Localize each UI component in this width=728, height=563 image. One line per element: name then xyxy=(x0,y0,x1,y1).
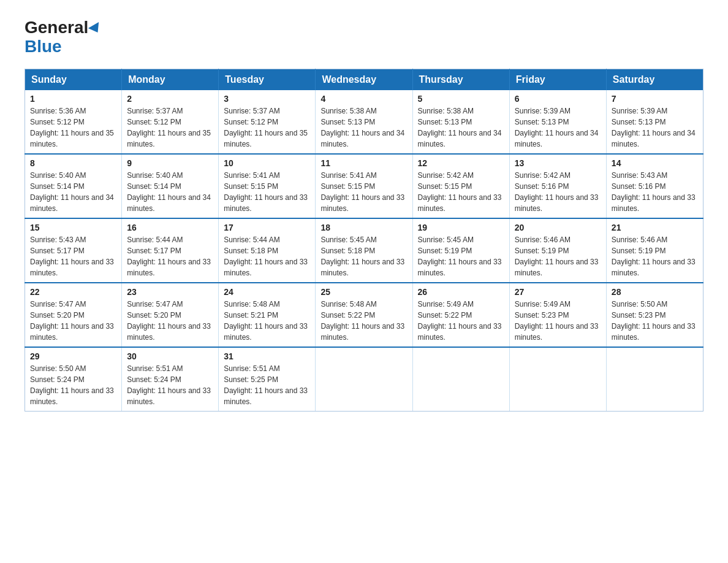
day-number: 16 xyxy=(127,223,213,232)
calendar-cell: 21 Sunrise: 5:46 AM Sunset: 5:19 PM Dayl… xyxy=(606,218,703,283)
calendar-cell: 16 Sunrise: 5:44 AM Sunset: 5:17 PM Dayl… xyxy=(122,218,219,283)
calendar-cell: 29 Sunrise: 5:50 AM Sunset: 5:24 PM Dayl… xyxy=(25,347,122,412)
day-number: 19 xyxy=(418,223,504,232)
calendar-cell: 31 Sunrise: 5:51 AM Sunset: 5:25 PM Dayl… xyxy=(219,347,316,412)
calendar-cell: 17 Sunrise: 5:44 AM Sunset: 5:18 PM Dayl… xyxy=(219,218,316,283)
day-number: 3 xyxy=(224,94,310,104)
calendar-week-row: 8 Sunrise: 5:40 AM Sunset: 5:14 PM Dayli… xyxy=(25,154,703,218)
calendar-cell: 9 Sunrise: 5:40 AM Sunset: 5:14 PM Dayli… xyxy=(122,154,219,218)
day-number: 11 xyxy=(320,158,407,168)
calendar-week-row: 29 Sunrise: 5:50 AM Sunset: 5:24 PM Dayl… xyxy=(25,347,703,412)
day-info: Sunrise: 5:41 AM Sunset: 5:15 PM Dayligh… xyxy=(320,170,407,214)
day-info: Sunrise: 5:38 AM Sunset: 5:13 PM Dayligh… xyxy=(320,105,407,150)
day-info: Sunrise: 5:45 AM Sunset: 5:18 PM Dayligh… xyxy=(320,234,407,278)
day-number: 25 xyxy=(320,287,407,297)
calendar-cell: 25 Sunrise: 5:48 AM Sunset: 5:22 PM Dayl… xyxy=(316,283,412,347)
day-number: 29 xyxy=(30,351,116,361)
day-number: 13 xyxy=(515,158,601,168)
calendar-table: SundayMondayTuesdayWednesdayThursdayFrid… xyxy=(25,69,703,412)
calendar-cell: 6 Sunrise: 5:39 AM Sunset: 5:13 PM Dayli… xyxy=(509,90,606,154)
logo-general: General xyxy=(25,18,88,37)
logo: General Blue xyxy=(25,18,102,56)
day-info: Sunrise: 5:45 AM Sunset: 5:19 PM Dayligh… xyxy=(418,234,504,278)
calendar-week-row: 15 Sunrise: 5:43 AM Sunset: 5:17 PM Dayl… xyxy=(25,218,703,283)
day-info: Sunrise: 5:50 AM Sunset: 5:23 PM Dayligh… xyxy=(612,299,698,343)
calendar-cell: 5 Sunrise: 5:38 AM Sunset: 5:13 PM Dayli… xyxy=(412,90,509,154)
calendar-cell: 13 Sunrise: 5:42 AM Sunset: 5:16 PM Dayl… xyxy=(509,154,606,218)
day-number: 14 xyxy=(612,158,698,168)
day-number: 23 xyxy=(127,287,213,297)
day-number: 6 xyxy=(515,94,601,104)
day-info: Sunrise: 5:49 AM Sunset: 5:22 PM Dayligh… xyxy=(418,299,504,343)
calendar-cell: 19 Sunrise: 5:45 AM Sunset: 5:19 PM Dayl… xyxy=(412,218,509,283)
calendar-cell: 22 Sunrise: 5:47 AM Sunset: 5:20 PM Dayl… xyxy=(25,283,122,347)
logo-text: General Blue xyxy=(25,18,102,56)
header-tuesday: Tuesday xyxy=(219,69,316,90)
day-number: 12 xyxy=(418,158,504,168)
day-info: Sunrise: 5:39 AM Sunset: 5:13 PM Dayligh… xyxy=(612,105,698,150)
calendar-cell: 26 Sunrise: 5:49 AM Sunset: 5:22 PM Dayl… xyxy=(412,283,509,347)
day-info: Sunrise: 5:40 AM Sunset: 5:14 PM Dayligh… xyxy=(30,170,116,214)
day-info: Sunrise: 5:39 AM Sunset: 5:13 PM Dayligh… xyxy=(515,105,601,150)
header-monday: Monday xyxy=(122,69,219,90)
calendar-cell: 15 Sunrise: 5:43 AM Sunset: 5:17 PM Dayl… xyxy=(25,218,122,283)
day-info: Sunrise: 5:50 AM Sunset: 5:24 PM Dayligh… xyxy=(30,363,116,407)
day-info: Sunrise: 5:38 AM Sunset: 5:13 PM Dayligh… xyxy=(418,105,504,150)
calendar-cell: 3 Sunrise: 5:37 AM Sunset: 5:12 PM Dayli… xyxy=(219,90,316,154)
calendar-cell: 24 Sunrise: 5:48 AM Sunset: 5:21 PM Dayl… xyxy=(219,283,316,347)
day-info: Sunrise: 5:42 AM Sunset: 5:15 PM Dayligh… xyxy=(418,170,504,214)
day-info: Sunrise: 5:48 AM Sunset: 5:21 PM Dayligh… xyxy=(224,299,310,343)
day-number: 28 xyxy=(612,287,698,297)
header-friday: Friday xyxy=(509,69,606,90)
calendar-cell xyxy=(316,347,412,412)
day-info: Sunrise: 5:48 AM Sunset: 5:22 PM Dayligh… xyxy=(320,299,407,343)
day-number: 4 xyxy=(320,94,407,104)
logo-blue: Blue xyxy=(25,37,62,56)
day-number: 2 xyxy=(127,94,213,104)
day-number: 27 xyxy=(515,287,601,297)
calendar-cell xyxy=(412,347,509,412)
day-info: Sunrise: 5:49 AM Sunset: 5:23 PM Dayligh… xyxy=(515,299,601,343)
calendar-cell: 30 Sunrise: 5:51 AM Sunset: 5:24 PM Dayl… xyxy=(122,347,219,412)
header-thursday: Thursday xyxy=(412,69,509,90)
day-info: Sunrise: 5:51 AM Sunset: 5:25 PM Dayligh… xyxy=(224,363,310,407)
calendar-cell: 11 Sunrise: 5:41 AM Sunset: 5:15 PM Dayl… xyxy=(316,154,412,218)
day-info: Sunrise: 5:46 AM Sunset: 5:19 PM Dayligh… xyxy=(612,234,698,278)
logo-triangle-icon xyxy=(88,22,103,36)
day-info: Sunrise: 5:47 AM Sunset: 5:20 PM Dayligh… xyxy=(30,299,116,343)
day-info: Sunrise: 5:42 AM Sunset: 5:16 PM Dayligh… xyxy=(515,170,601,214)
calendar-cell: 10 Sunrise: 5:41 AM Sunset: 5:15 PM Dayl… xyxy=(219,154,316,218)
day-info: Sunrise: 5:43 AM Sunset: 5:17 PM Dayligh… xyxy=(30,234,116,278)
day-info: Sunrise: 5:51 AM Sunset: 5:24 PM Dayligh… xyxy=(127,363,213,407)
day-number: 26 xyxy=(418,287,504,297)
day-number: 8 xyxy=(30,158,116,168)
day-info: Sunrise: 5:37 AM Sunset: 5:12 PM Dayligh… xyxy=(224,105,310,150)
header-saturday: Saturday xyxy=(606,69,703,90)
calendar-cell: 20 Sunrise: 5:46 AM Sunset: 5:19 PM Dayl… xyxy=(509,218,606,283)
day-number: 17 xyxy=(224,223,310,232)
calendar-cell: 8 Sunrise: 5:40 AM Sunset: 5:14 PM Dayli… xyxy=(25,154,122,218)
header-sunday: Sunday xyxy=(25,69,122,90)
calendar-cell: 14 Sunrise: 5:43 AM Sunset: 5:16 PM Dayl… xyxy=(606,154,703,218)
calendar-cell: 7 Sunrise: 5:39 AM Sunset: 5:13 PM Dayli… xyxy=(606,90,703,154)
calendar-cell: 4 Sunrise: 5:38 AM Sunset: 5:13 PM Dayli… xyxy=(316,90,412,154)
day-number: 10 xyxy=(224,158,310,168)
day-info: Sunrise: 5:43 AM Sunset: 5:16 PM Dayligh… xyxy=(612,170,698,214)
page-header: General Blue xyxy=(25,18,703,56)
header-wednesday: Wednesday xyxy=(316,69,412,90)
day-info: Sunrise: 5:47 AM Sunset: 5:20 PM Dayligh… xyxy=(127,299,213,343)
calendar-week-row: 22 Sunrise: 5:47 AM Sunset: 5:20 PM Dayl… xyxy=(25,283,703,347)
calendar-cell xyxy=(606,347,703,412)
calendar-cell: 2 Sunrise: 5:37 AM Sunset: 5:12 PM Dayli… xyxy=(122,90,219,154)
day-info: Sunrise: 5:44 AM Sunset: 5:17 PM Dayligh… xyxy=(127,234,213,278)
calendar-header-row: SundayMondayTuesdayWednesdayThursdayFrid… xyxy=(25,69,703,90)
calendar-cell: 18 Sunrise: 5:45 AM Sunset: 5:18 PM Dayl… xyxy=(316,218,412,283)
day-info: Sunrise: 5:44 AM Sunset: 5:18 PM Dayligh… xyxy=(224,234,310,278)
calendar-cell: 23 Sunrise: 5:47 AM Sunset: 5:20 PM Dayl… xyxy=(122,283,219,347)
day-number: 5 xyxy=(418,94,504,104)
calendar-cell: 1 Sunrise: 5:36 AM Sunset: 5:12 PM Dayli… xyxy=(25,90,122,154)
day-number: 24 xyxy=(224,287,310,297)
day-info: Sunrise: 5:36 AM Sunset: 5:12 PM Dayligh… xyxy=(30,105,116,150)
day-number: 31 xyxy=(224,351,310,361)
day-number: 15 xyxy=(30,223,116,232)
